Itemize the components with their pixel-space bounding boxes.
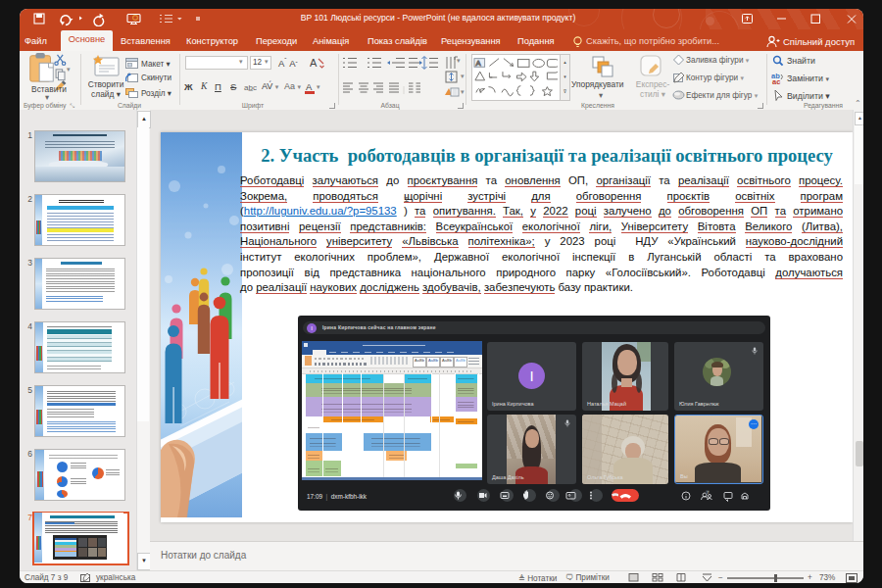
svg-text:A: A: [310, 57, 318, 69]
svg-text:A: A: [475, 59, 481, 68]
svg-text:ac: ac: [772, 77, 780, 84]
